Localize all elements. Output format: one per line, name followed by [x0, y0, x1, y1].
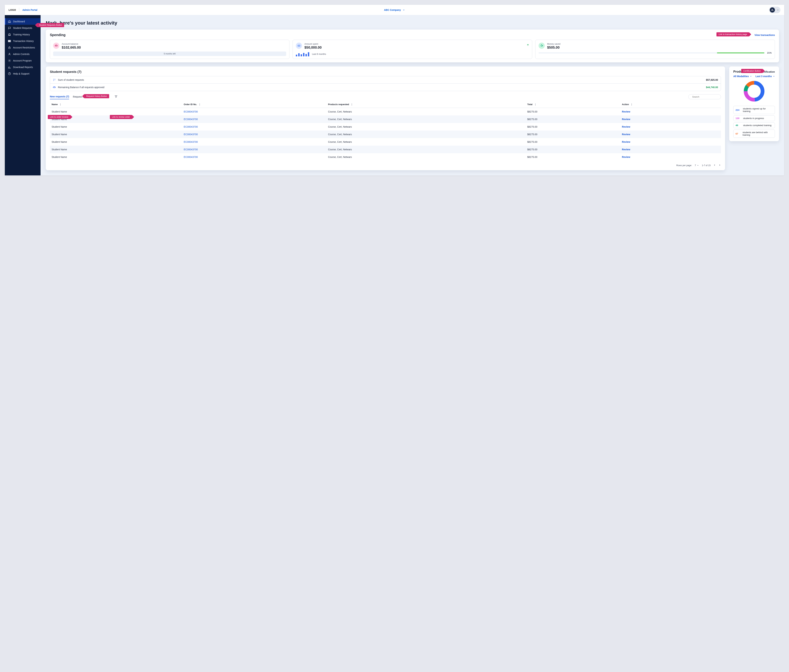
legend-count: 120	[736, 117, 741, 119]
topbar: LOGO Admin Portal ABC Company JL	[5, 5, 784, 15]
review-link[interactable]: Review	[622, 126, 630, 128]
kebab-icon[interactable]: ⋮	[631, 103, 633, 106]
review-link[interactable]: Review	[622, 148, 630, 151]
order-id-link[interactable]: EC00043700	[184, 133, 198, 136]
table-row: Student NameEC00043700Course, Cert, Netw…	[50, 108, 721, 116]
rows-per-page-select[interactable]: 7	[695, 164, 699, 167]
home-icon	[8, 20, 11, 23]
user-icon	[8, 53, 11, 56]
cell-products: Course, Cert, Netwars	[326, 153, 525, 161]
cell-total: $8275.00	[525, 108, 620, 116]
sidebar-item-training-history[interactable]: Training History	[5, 31, 41, 38]
chevron-down-icon	[776, 9, 779, 11]
annotation-tx-history: Link to transaction history page	[717, 32, 749, 37]
tab-new-requests[interactable]: New requests (7)	[50, 94, 69, 99]
col-total[interactable]: Total⋮	[525, 101, 620, 108]
period-select[interactable]: Last 3 months	[755, 75, 775, 78]
scale-icon	[53, 43, 59, 49]
col-order-id-no-[interactable]: Order ID No.⋮	[182, 101, 326, 108]
next-page-button[interactable]	[719, 164, 721, 167]
kebab-icon[interactable]: ⋮	[351, 103, 353, 106]
order-id-link[interactable]: EC00043700	[184, 140, 198, 143]
company-selector[interactable]: ABC Company	[384, 9, 405, 11]
arrow-up-icon	[527, 44, 529, 46]
company-name: ABC Company	[384, 9, 401, 11]
legend-label: students are behind with training	[743, 131, 773, 136]
totals-donut	[743, 80, 765, 102]
remain-value: $44,740.00	[706, 86, 718, 89]
message-icon	[8, 27, 11, 30]
list-icon	[53, 78, 56, 81]
requests-title: Student requests (7)	[50, 70, 721, 74]
order-id-link[interactable]: EC00043700	[184, 118, 198, 121]
legend-label: students in progress	[743, 117, 764, 119]
table-row: Student NameEC00043700Course, Cert, Netw…	[50, 146, 721, 153]
chart-icon	[8, 65, 11, 69]
portal-link[interactable]: Admin Portal	[22, 9, 37, 11]
divider	[19, 8, 19, 12]
cell-total: $8275.00	[525, 131, 620, 138]
cell-products: Course, Cert, Netwars	[326, 138, 525, 146]
stat-label: Amount spent	[304, 43, 322, 45]
requests-table: Name⋮Order ID No.⋮Products requested⋮Tot…	[50, 101, 721, 161]
cell-products: Course, Cert, Netwars	[326, 146, 525, 153]
cell-total: $8275.00	[525, 153, 620, 161]
svg-rect-1	[9, 48, 11, 49]
modality-select[interactable]: All Modalities	[733, 75, 752, 78]
bank-icon	[8, 33, 11, 36]
sidebar-item-label: Admin Controls	[13, 53, 30, 56]
cash-icon	[296, 43, 302, 49]
svg-rect-5	[298, 45, 300, 46]
main: Mark, here's your latest activity Spendi…	[41, 15, 784, 175]
sidebar-item-transaction-history[interactable]: Transaction History	[5, 38, 41, 44]
requests-summary: Sum of student requests $57,925.00 Remai…	[50, 76, 721, 91]
prev-page-button[interactable]	[713, 164, 716, 167]
annotation-certification: Certification Button	[741, 69, 763, 73]
avatar: JL	[770, 7, 775, 13]
cell-total: $8275.00	[525, 138, 620, 146]
review-link[interactable]: Review	[622, 118, 630, 121]
sidebar-item-admin-controls[interactable]: Admin Controls	[5, 51, 41, 57]
search-field[interactable]	[692, 96, 722, 98]
annotation-student-requests: Student Requests Button	[37, 23, 64, 27]
table-row: Student NameEC00043700Course, Cert, Netw…	[50, 115, 721, 123]
legend-item: 120students in progress	[733, 115, 775, 121]
logo: LOGO	[9, 9, 16, 11]
chevron-down-icon	[773, 75, 775, 77]
svg-point-7	[542, 45, 542, 46]
sidebar-item-help-support[interactable]: Help & Support	[5, 70, 41, 77]
sidebar-item-label: Student Requests	[13, 27, 32, 29]
sidebar-item-account-restrictions[interactable]: Account Restrictions	[5, 44, 41, 51]
order-id-link[interactable]: EC00043700	[184, 126, 198, 128]
sidebar: DashboardStudent RequestsTraining Histor…	[5, 15, 41, 175]
saved-pct: 21%	[767, 51, 771, 54]
col-action[interactable]: Action⋮	[620, 101, 721, 108]
view-transactions-link[interactable]: View transactions	[754, 33, 775, 37]
sidebar-item-label: Dashboard	[13, 20, 25, 23]
order-id-link[interactable]: EC00043700	[184, 148, 198, 151]
order-id-link[interactable]: EC00043700	[184, 110, 198, 113]
search-input[interactable]	[688, 94, 721, 99]
sidebar-item-label: Download Reports	[13, 66, 33, 68]
review-link[interactable]: Review	[622, 156, 630, 158]
cell-products: Course, Cert, Netwars	[326, 115, 525, 123]
stat-value: $505.00	[547, 46, 561, 49]
order-id-link[interactable]: EC00043700	[184, 156, 198, 158]
col-products-requested[interactable]: Products requested⋮	[326, 101, 525, 108]
sidebar-item-label: Account Program	[13, 59, 32, 62]
sidebar-item-account-program[interactable]: Account Program	[5, 57, 41, 64]
kebab-icon[interactable]: ⋮	[59, 103, 62, 106]
review-link[interactable]: Review	[622, 133, 630, 136]
spending-title: Spending	[50, 33, 65, 37]
lock-icon	[8, 46, 11, 49]
review-link[interactable]: Review	[622, 140, 630, 143]
kebab-icon[interactable]: ⋮	[198, 103, 201, 106]
stat-label: Account balance	[62, 43, 81, 45]
profile-chip[interactable]: JL	[769, 7, 780, 13]
kebab-icon[interactable]: ⋮	[534, 103, 537, 106]
filter-icon[interactable]	[115, 95, 118, 99]
sidebar-item-download-reports[interactable]: Download Reports	[5, 64, 41, 70]
review-link[interactable]: Review	[622, 110, 630, 113]
col-name[interactable]: Name⋮	[50, 101, 182, 108]
sidebar-item-label: Account Restrictions	[13, 46, 35, 49]
